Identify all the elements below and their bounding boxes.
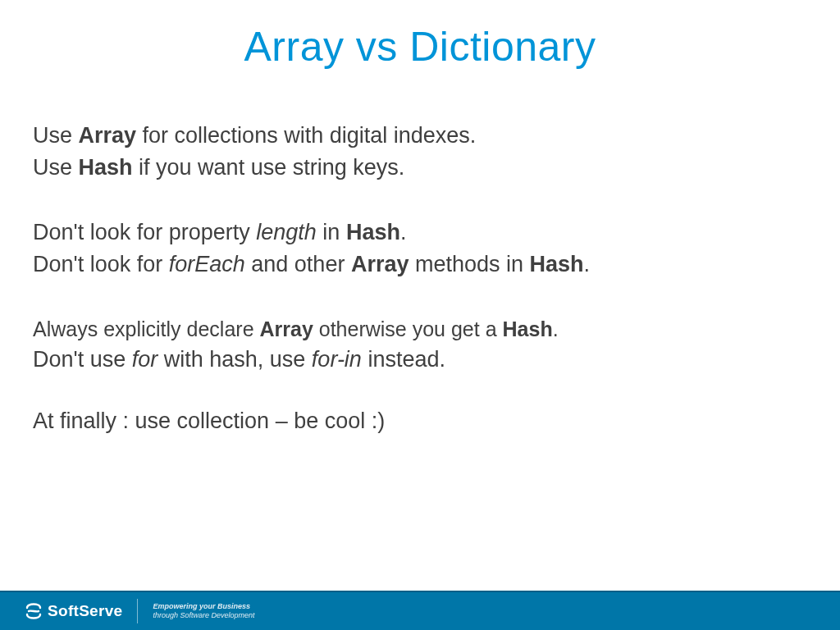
bold-hash: Hash — [79, 155, 133, 180]
body-line-3: Don't look for property length in Hash. — [33, 217, 807, 249]
brand-logo: SoftServe — [25, 599, 138, 623]
italic-for: for — [132, 347, 158, 372]
text: Use — [33, 123, 79, 148]
bold-array: Array — [260, 317, 313, 340]
text: methods in — [409, 252, 529, 276]
bold-array: Array — [351, 252, 409, 276]
text: with hash, use — [158, 347, 312, 372]
text: for collections with digital indexes. — [136, 123, 476, 148]
text: Don't use — [33, 347, 132, 372]
spacer — [33, 281, 807, 314]
slide-body: Use Array for collections with digital i… — [0, 71, 840, 437]
bold-hash: Hash — [346, 220, 400, 244]
text: in — [317, 220, 346, 244]
text: Use — [33, 155, 79, 180]
text: otherwise you get a — [313, 317, 503, 340]
softserve-icon — [25, 602, 43, 620]
italic-for-in: for-in — [312, 347, 362, 372]
text: . — [400, 220, 407, 244]
bold-hash: Hash — [530, 252, 584, 276]
spacer — [33, 184, 807, 217]
tagline-line-2: through Software Development — [153, 611, 254, 620]
text: and other — [245, 252, 351, 276]
text: Don't look for — [33, 252, 169, 276]
brand-tagline: Empowering your Business through Softwar… — [138, 602, 254, 621]
text: . — [553, 317, 559, 340]
text: if you want use string keys. — [133, 155, 405, 180]
text: . — [584, 252, 591, 276]
spacer — [33, 376, 807, 405]
body-line-2: Use Hash if you want use string keys. — [33, 152, 807, 184]
italic-length: length — [256, 220, 317, 244]
bold-array: Array — [79, 123, 137, 148]
tagline-line-1: Empowering your Business — [153, 602, 254, 611]
body-line-4: Don't look for forEach and other Array m… — [33, 249, 807, 281]
footer-bar: SoftServe Empowering your Business throu… — [0, 591, 840, 630]
body-line-5: Always explicitly declare Array otherwis… — [33, 314, 807, 344]
slide: Array vs Dictionary Use Array for collec… — [0, 0, 840, 630]
body-line-6: Don't use for with hash, use for-in inst… — [33, 344, 807, 376]
text: Don't look for property — [33, 220, 256, 244]
body-line-1: Use Array for collections with digital i… — [33, 120, 807, 152]
italic-foreach: forEach — [169, 252, 245, 276]
body-line-7: At finally : use collection – be cool :) — [33, 405, 807, 437]
slide-title: Array vs Dictionary — [0, 0, 840, 71]
brand-name: SoftServe — [48, 602, 122, 620]
text: instead. — [362, 347, 445, 372]
bold-hash: Hash — [503, 317, 553, 340]
text: Always explicitly declare — [33, 317, 260, 340]
